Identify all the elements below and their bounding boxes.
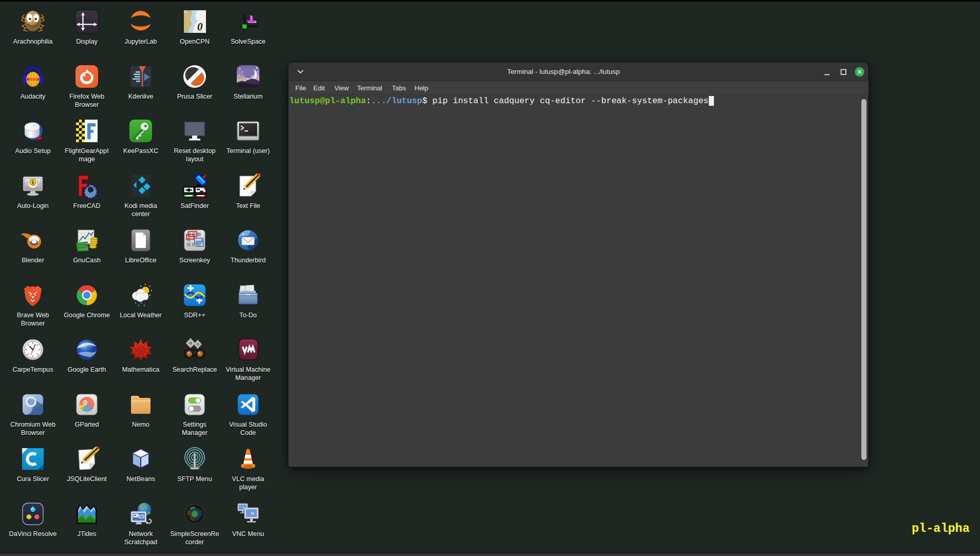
svg-text:0: 0	[197, 21, 203, 33]
